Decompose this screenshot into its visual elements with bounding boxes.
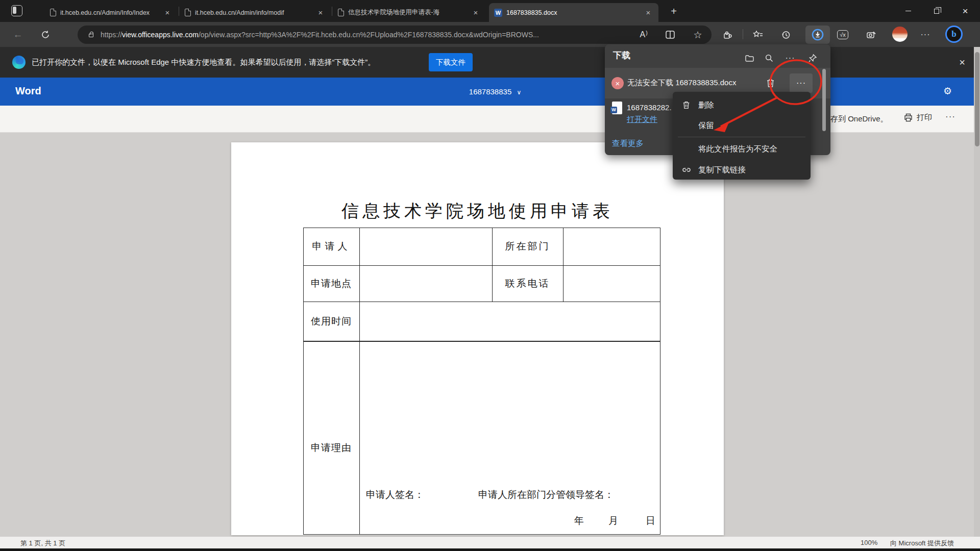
math-solver-button[interactable]: √x: [834, 26, 851, 43]
downloads-button[interactable]: [805, 26, 830, 44]
back-button[interactable]: ←: [9, 26, 27, 43]
tab-divider: [332, 7, 332, 16]
collections-star-icon: [753, 30, 763, 39]
date-year: 年: [574, 514, 584, 528]
extensions-button[interactable]: [719, 26, 736, 43]
search-icon: [765, 54, 774, 63]
page-icon: [185, 9, 191, 16]
window-restore-button[interactable]: [925, 0, 948, 22]
save-to-onedrive-button[interactable]: 保存到 OneDrive。: [823, 114, 888, 124]
label-phone: 联系电话: [492, 265, 563, 302]
word-icon: W: [494, 9, 502, 17]
history-button[interactable]: [777, 26, 794, 43]
doc-more-button[interactable]: ···: [945, 112, 955, 122]
window-minimize-button[interactable]: [896, 0, 920, 22]
read-aloud-button[interactable]: A): [635, 26, 652, 43]
chevron-down-icon: ∨: [517, 89, 521, 96]
tab-actions-menu-icon[interactable]: [11, 5, 22, 16]
tab-close-icon[interactable]: ×: [643, 8, 653, 17]
download-item-more-button[interactable]: ···: [790, 73, 813, 93]
error-icon: ×: [611, 77, 624, 89]
downloads-panel-title: 下载: [613, 49, 630, 61]
zoom-level[interactable]: 100%: [861, 539, 877, 546]
viewer-status-bar: 第 1 页, 共 1 页 100% 向 Microsoft 提供反馈: [0, 537, 980, 548]
page-indicator: 第 1 页, 共 1 页: [20, 539, 65, 548]
table-border: [660, 228, 660, 535]
search-downloads-button[interactable]: [762, 51, 777, 66]
table-border: [359, 228, 360, 535]
favorite-star-button[interactable]: ☆: [689, 26, 706, 43]
open-file-link[interactable]: 打开文件: [627, 115, 657, 124]
browser-toolbar: ← https://view.officeapps.live.com/op/vi…: [0, 22, 980, 47]
document-page: 信息技术学院场地使用申请表 申请人 所在部门 申请地点 联系电话 使用时间 申请…: [231, 142, 724, 535]
math-solver-icon: √x: [837, 30, 848, 39]
open-downloads-folder-button[interactable]: [742, 51, 757, 66]
edge-logo-icon: [12, 56, 26, 69]
tab-2[interactable]: it.hceb.edu.cn/Admin/info/modif ×: [180, 3, 331, 22]
close-icon: ×: [962, 6, 968, 17]
refresh-button[interactable]: [37, 26, 54, 43]
pin-downloads-button[interactable]: [805, 51, 820, 66]
folder-icon: [745, 54, 754, 63]
page-scrollbar[interactable]: [974, 47, 980, 537]
url-text: https://view.officeapps.live.com/op/view…: [101, 31, 657, 39]
downloads-more-options-button[interactable]: ···: [782, 51, 798, 66]
refresh-icon: [41, 30, 50, 39]
tab-close-icon[interactable]: ×: [162, 8, 173, 17]
menu-item-report-unsafe[interactable]: 将此文件报告为不安全: [673, 139, 811, 159]
label-applicant: 申请人: [303, 228, 359, 265]
collections-button[interactable]: [749, 26, 767, 43]
split-screen-button[interactable]: [662, 26, 679, 43]
info-bar-close-button[interactable]: ×: [953, 54, 971, 70]
download-item-status: 无法安全下载 1687838835.docx: [627, 78, 736, 88]
date-day: 日: [646, 514, 655, 528]
document-title: 1687838835: [469, 87, 511, 96]
download-info-bar: 已打开你的文件，以便在 Microsoft Edge 中快速方便地查看。如果希望…: [0, 47, 980, 78]
word-file-icon: [612, 102, 622, 114]
minimize-icon: [905, 11, 911, 11]
tab-title: it.hceb.edu.cn/Admin/info/modif: [195, 9, 311, 16]
menu-item-copy-download-link[interactable]: 复制下载链接: [673, 160, 811, 180]
settings-more-button[interactable]: ···: [917, 26, 934, 43]
window-bottom-edge: [0, 548, 980, 551]
see-more-link[interactable]: 查看更多: [612, 138, 644, 149]
tab-title: 信息技术学院场地使用申请表-海: [348, 8, 467, 17]
label-location: 申请地点: [303, 265, 359, 302]
print-button[interactable]: 打印: [903, 113, 932, 122]
table-border: [303, 534, 660, 535]
read-aloud-icon: A: [640, 30, 645, 39]
page-icon: [50, 9, 56, 16]
history-clock-icon: [781, 30, 791, 40]
tab-3[interactable]: 信息技术学院场地使用申请表-海 ×: [333, 3, 486, 22]
label-time: 使用时间: [303, 302, 359, 341]
scrollbar-thumb[interactable]: [975, 52, 979, 146]
feedback-link[interactable]: 向 Microsoft 提供反馈: [890, 539, 954, 548]
date-month: 月: [608, 514, 618, 528]
viewer-settings-button[interactable]: ⚙: [943, 85, 952, 97]
lock-icon: [89, 34, 93, 37]
tab-title: it.hceb.edu.cn/Admin/Info/Index: [60, 9, 158, 16]
bing-copilot-button[interactable]: b: [945, 26, 963, 43]
download-file-button[interactable]: 下载文件: [429, 53, 473, 71]
document-title-dropdown[interactable]: 1687838835 ∨: [439, 87, 551, 96]
new-tab-button[interactable]: +: [667, 4, 681, 18]
profile-avatar[interactable]: [892, 27, 908, 42]
document-toolbar: 保存到 OneDrive。 打印 ···: [0, 106, 980, 133]
tab-1[interactable]: it.hceb.edu.cn/Admin/Info/Index ×: [45, 3, 178, 22]
tab-close-icon[interactable]: ×: [315, 8, 326, 17]
web-capture-button[interactable]: [863, 26, 880, 43]
address-bar[interactable]: https://view.officeapps.live.com/op/view…: [78, 26, 712, 44]
tab-close-icon[interactable]: ×: [471, 8, 481, 17]
downloads-scrollbar-thumb[interactable]: [822, 69, 826, 131]
menu-item-delete[interactable]: 删除: [673, 95, 811, 115]
printer-icon: [903, 113, 913, 122]
signature-leader: 申请人所在部门分管领导签名：: [478, 488, 614, 502]
window-close-button[interactable]: ×: [953, 0, 977, 22]
table-border: [563, 228, 564, 302]
delete-download-button[interactable]: [766, 78, 775, 88]
tab-4-active[interactable]: W 1687838835.docx ×: [489, 3, 658, 22]
menu-item-keep[interactable]: 保留: [673, 115, 811, 136]
document-heading: 信息技术学院场地使用申请表: [231, 199, 724, 223]
label-reason: 申请理由: [303, 428, 359, 467]
web-capture-icon: [866, 30, 876, 40]
